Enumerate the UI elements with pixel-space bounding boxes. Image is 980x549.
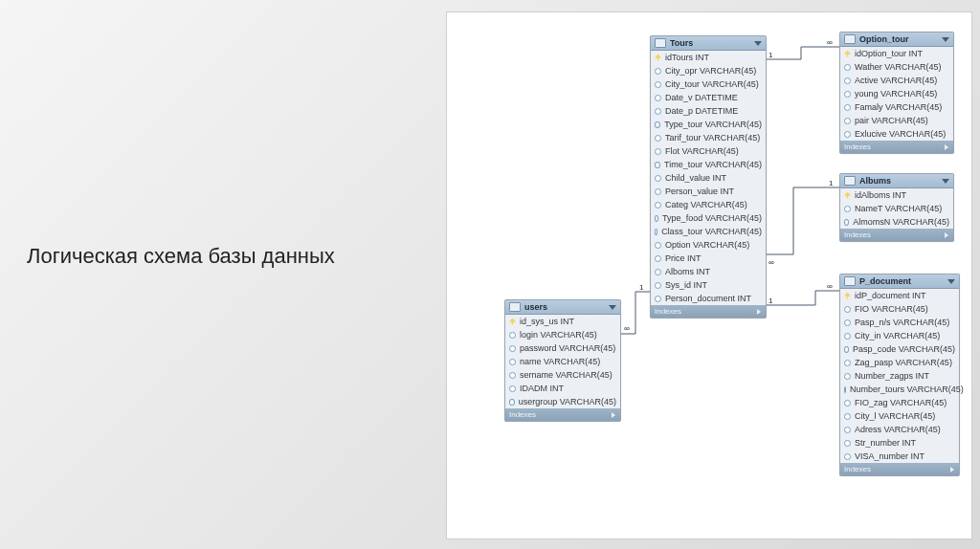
table-name: P_document [859, 276, 911, 286]
diamond-icon [844, 77, 851, 84]
column-row[interactable]: Number_tours VARCHAR(45) [840, 383, 959, 396]
column-row[interactable]: Tarif_tour VARCHAR(45) [651, 131, 766, 144]
table-header[interactable]: Option_tour [840, 33, 953, 47]
column-label: Price INT [665, 253, 702, 264]
column-label: idOption_tour INT [855, 48, 923, 59]
column-row[interactable]: FIO VARCHAR(45) [840, 302, 959, 316]
column-row[interactable]: Type_tour VARCHAR(45) [651, 118, 766, 131]
key-icon [844, 51, 851, 57]
column-row[interactable]: Str_number INT [840, 436, 959, 450]
column-row[interactable]: Alboms INT [651, 265, 766, 278]
indexes-footer[interactable]: Indexes [840, 141, 953, 153]
column-row[interactable]: idP_document INT [840, 289, 959, 302]
key-icon [655, 55, 661, 61]
diamond-icon [509, 372, 516, 379]
column-row[interactable]: Time_tour VARCHAR(45) [651, 158, 766, 171]
column-label: Tarif_tour VARCHAR(45) [665, 132, 760, 143]
column-row[interactable]: Exlucive VARCHAR(45) [840, 127, 953, 141]
indexes-footer[interactable]: Indexes [840, 463, 959, 475]
column-row[interactable]: VISA_number INT [840, 450, 959, 463]
column-row[interactable]: Person_value INT [651, 185, 766, 198]
column-row[interactable]: usergroup VARCHAR(45) [505, 395, 620, 408]
column-row[interactable]: City_tour VARCHAR(45) [651, 77, 766, 91]
column-label: Famaly VARCHAR(45) [855, 101, 942, 113]
diamond-icon [655, 296, 661, 302]
table-header[interactable]: P_document [840, 274, 959, 289]
column-row[interactable]: Child_value INT [651, 171, 766, 185]
diamond-icon [844, 306, 851, 313]
table-users[interactable]: users id_sys_us INTlogin VARCHAR(45)pass… [504, 299, 621, 422]
column-row[interactable]: Categ VARCHAR(45) [651, 198, 766, 211]
column-row[interactable]: AlmomsN VARCHAR(45) [840, 215, 953, 229]
column-label: sername VARCHAR(45) [520, 369, 612, 381]
diamond-icon [655, 95, 661, 101]
diamond-icon [655, 175, 661, 182]
card-many: ∞ [624, 324, 630, 333]
column-row[interactable]: Date_p DATETIME [651, 104, 766, 118]
column-row[interactable]: id_sys_us INT [505, 315, 620, 328]
table-option-tour[interactable]: Option_tour idOption_tour INTWather VARC… [839, 32, 954, 154]
column-row[interactable]: Adress VARCHAR(45) [840, 423, 959, 436]
column-row[interactable]: Number_zagps INT [840, 369, 959, 383]
column-row[interactable]: IDADM INT [505, 382, 620, 395]
diamond-icon [844, 440, 851, 447]
column-label: idAlboms INT [855, 189, 906, 201]
column-row[interactable]: Flot VARCHAR(45) [651, 144, 766, 158]
column-row[interactable]: young VARCHAR(45) [840, 87, 953, 100]
column-row[interactable]: City_l VARCHAR(45) [840, 409, 959, 423]
column-row[interactable]: pair VARCHAR(45) [840, 114, 953, 127]
diamond-icon [844, 91, 851, 98]
column-row[interactable]: password VARCHAR(45) [505, 341, 620, 355]
column-row[interactable]: Date_v DATETIME [651, 91, 766, 104]
indexes-footer[interactable]: Indexes [840, 229, 953, 241]
indexes-footer[interactable]: Indexes [651, 305, 766, 318]
diamond-icon [509, 332, 516, 339]
column-row[interactable]: Famaly VARCHAR(45) [840, 100, 953, 114]
chevron-down-icon [942, 179, 949, 184]
table-tours[interactable]: Tours idTours INTCity_opr VARCHAR(45)Cit… [650, 35, 767, 318]
column-row[interactable]: Pasp_code VARCHAR(45) [840, 342, 959, 356]
column-row[interactable]: Zag_pasp VARCHAR(45) [840, 356, 959, 369]
column-row[interactable]: login VARCHAR(45) [505, 328, 620, 341]
column-row[interactable]: name VARCHAR(45) [505, 355, 620, 368]
table-header[interactable]: users [505, 300, 620, 315]
column-row[interactable]: idAlboms INT [840, 188, 953, 202]
table-header[interactable]: Tours [651, 36, 766, 51]
column-row[interactable]: Price INT [651, 252, 766, 265]
column-row[interactable]: Sys_id INT [651, 278, 766, 292]
chevron-right-icon [945, 144, 948, 150]
column-row[interactable]: Option VARCHAR(45) [651, 238, 766, 252]
column-row[interactable]: Type_food VARCHAR(45) [651, 211, 766, 225]
chevron-down-icon [609, 305, 616, 310]
column-label: Pasp_n/s VARCHAR(45) [855, 317, 949, 328]
indexes-footer[interactable]: Indexes [505, 408, 620, 421]
column-row[interactable]: Person_document INT [651, 292, 766, 305]
chevron-right-icon [612, 412, 615, 418]
card-one: 1 [829, 179, 834, 187]
column-row[interactable]: Wather VARCHAR(45) [840, 60, 953, 74]
column-row[interactable]: idTours INT [651, 51, 766, 64]
column-row[interactable]: FIO_zag VARCHAR(45) [840, 396, 959, 409]
column-row[interactable]: Active VARCHAR(45) [840, 74, 953, 87]
card-many: ∞ [827, 282, 833, 291]
diamond-icon [655, 162, 660, 168]
table-header[interactable]: Albums [840, 174, 953, 188]
column-row[interactable]: City_opr VARCHAR(45) [651, 64, 766, 77]
column-row[interactable]: Pasp_n/s VARCHAR(45) [840, 316, 959, 329]
table-albums[interactable]: Albums idAlboms INTNameT VARCHAR(45)Almo… [839, 173, 954, 242]
table-columns: idTours INTCity_opr VARCHAR(45)City_tour… [651, 51, 766, 305]
column-row[interactable]: sername VARCHAR(45) [505, 368, 620, 382]
column-label: young VARCHAR(45) [855, 88, 937, 99]
column-label: idP_document INT [855, 290, 926, 301]
column-row[interactable]: Class_tour VARCHAR(45) [651, 225, 766, 238]
column-row[interactable]: City_in VARCHAR(45) [840, 329, 959, 342]
column-label: Sys_id INT [665, 279, 707, 291]
table-p-document[interactable]: P_document idP_document INTFIO VARCHAR(4… [839, 274, 960, 476]
column-label: Categ VARCHAR(45) [665, 199, 747, 210]
column-label: Child_value INT [665, 172, 726, 184]
diamond-icon [844, 118, 851, 124]
column-row[interactable]: idOption_tour INT [840, 47, 953, 60]
diamond-icon [655, 202, 661, 209]
column-label: id_sys_us INT [520, 316, 574, 327]
column-row[interactable]: NameT VARCHAR(45) [840, 202, 953, 215]
